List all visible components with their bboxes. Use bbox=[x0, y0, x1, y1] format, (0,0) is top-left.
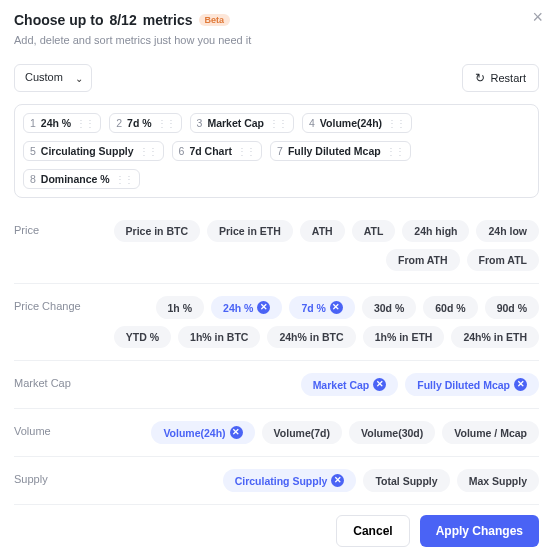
metric-label: 24h% in ETH bbox=[463, 331, 527, 343]
drag-handle-icon[interactable]: ⋮⋮ bbox=[386, 149, 404, 154]
chip-label: Circulating Supply bbox=[41, 145, 134, 157]
metric-chip[interactable]: Total Supply bbox=[363, 469, 449, 492]
metric-chip[interactable]: From ATL bbox=[467, 249, 539, 271]
chevron-down-icon: ⌄ bbox=[75, 73, 83, 84]
selected-chip[interactable]: 27d %⋮⋮ bbox=[109, 113, 181, 133]
selected-chip[interactable]: 3Market Cap⋮⋮ bbox=[190, 113, 294, 133]
metric-chip[interactable]: YTD % bbox=[114, 326, 171, 348]
metric-chip[interactable]: ATL bbox=[352, 220, 396, 242]
metric-label: 90d % bbox=[497, 302, 527, 314]
metric-chip[interactable]: 1h % bbox=[156, 296, 205, 319]
metric-label: Volume(30d) bbox=[361, 427, 423, 439]
metric-label: YTD % bbox=[126, 331, 159, 343]
modal-subtitle: Add, delete and sort metrics just how yo… bbox=[14, 34, 539, 46]
metric-label: 7d % bbox=[301, 302, 326, 314]
metric-chip[interactable]: 90d % bbox=[485, 296, 539, 319]
drag-handle-icon[interactable]: ⋮⋮ bbox=[139, 149, 157, 154]
dropdown-label: Custom bbox=[25, 71, 63, 83]
category-chips: Market Cap✕Fully Diluted Mcap✕ bbox=[112, 373, 539, 396]
remove-icon[interactable]: ✕ bbox=[331, 474, 344, 487]
selected-chip[interactable]: 7Fully Diluted Mcap⋮⋮ bbox=[270, 141, 411, 161]
remove-icon[interactable]: ✕ bbox=[257, 301, 270, 314]
metric-label: Market Cap bbox=[313, 379, 370, 391]
metric-chip[interactable]: 24h high bbox=[402, 220, 469, 242]
remove-icon[interactable]: ✕ bbox=[514, 378, 527, 391]
metric-chip[interactable]: ATH bbox=[300, 220, 345, 242]
remove-icon[interactable]: ✕ bbox=[230, 426, 243, 439]
category-label: Price bbox=[14, 220, 112, 236]
modal-title: Choose up to 8/12 metrics Beta bbox=[14, 12, 539, 28]
metrics-modal: × Choose up to 8/12 metrics Beta Add, de… bbox=[0, 0, 553, 557]
metric-label: 30d % bbox=[374, 302, 404, 314]
category-row: VolumeVolume(24h)✕Volume(7d)Volume(30d)V… bbox=[14, 408, 539, 456]
metric-chip[interactable]: 24h low bbox=[476, 220, 539, 242]
metric-label: Total Supply bbox=[375, 475, 437, 487]
selected-chip[interactable]: 124h %⋮⋮ bbox=[23, 113, 101, 133]
metric-chip[interactable]: From ATH bbox=[386, 249, 460, 271]
metric-chip[interactable]: Volume(7d) bbox=[262, 421, 342, 444]
metric-label: 1h % bbox=[168, 302, 193, 314]
category-chips: Volume(24h)✕Volume(7d)Volume(30d)Volume … bbox=[112, 421, 539, 444]
metric-chip[interactable]: Volume(30d) bbox=[349, 421, 435, 444]
metric-chip[interactable]: 24h% in ETH bbox=[451, 326, 539, 348]
metric-chip[interactable]: Price in ETH bbox=[207, 220, 293, 242]
metric-label: Volume / Mcap bbox=[454, 427, 527, 439]
metric-chip[interactable]: 24h %✕ bbox=[211, 296, 282, 319]
metric-chip[interactable]: Fully Diluted Mcap✕ bbox=[405, 373, 539, 396]
metric-label: Max Supply bbox=[469, 475, 527, 487]
metric-chip[interactable]: Price in BTC bbox=[114, 220, 200, 242]
category-label: Volume bbox=[14, 421, 112, 437]
metric-chip[interactable]: 1h% in BTC bbox=[178, 326, 260, 348]
chip-label: 24h % bbox=[41, 117, 71, 129]
metric-label: 24h% in BTC bbox=[279, 331, 343, 343]
metric-chip[interactable]: Max Supply bbox=[457, 469, 539, 492]
apply-button[interactable]: Apply Changes bbox=[420, 515, 539, 547]
remove-icon[interactable]: ✕ bbox=[373, 378, 386, 391]
close-icon[interactable]: × bbox=[532, 8, 543, 26]
metric-chip[interactable]: Volume / Mcap bbox=[442, 421, 539, 444]
chip-label: Dominance % bbox=[41, 173, 110, 185]
chip-index: 3 bbox=[197, 117, 203, 129]
metric-chip[interactable]: Volume(24h)✕ bbox=[151, 421, 254, 444]
selected-chip[interactable]: 67d Chart⋮⋮ bbox=[172, 141, 262, 161]
selected-chip[interactable]: 4Volume(24h)⋮⋮ bbox=[302, 113, 412, 133]
drag-handle-icon[interactable]: ⋮⋮ bbox=[387, 121, 405, 126]
metric-chip[interactable]: Market Cap✕ bbox=[301, 373, 399, 396]
chip-index: 1 bbox=[30, 117, 36, 129]
chip-index: 8 bbox=[30, 173, 36, 185]
category-row: Price Change1h %24h %✕7d %✕30d %60d %90d… bbox=[14, 283, 539, 360]
selected-chip[interactable]: 5Circulating Supply⋮⋮ bbox=[23, 141, 164, 161]
restart-button[interactable]: ↻ Restart bbox=[462, 64, 539, 92]
remove-icon[interactable]: ✕ bbox=[330, 301, 343, 314]
chip-index: 2 bbox=[116, 117, 122, 129]
top-controls: Custom ⌄ ↻ Restart bbox=[14, 64, 539, 92]
selected-metrics-box: 124h %⋮⋮27d %⋮⋮3Market Cap⋮⋮4Volume(24h)… bbox=[14, 104, 539, 198]
metric-chip[interactable]: 60d % bbox=[423, 296, 477, 319]
category-row: PricePrice in BTCPrice in ETHATHATL24h h… bbox=[14, 202, 539, 283]
drag-handle-icon[interactable]: ⋮⋮ bbox=[157, 121, 175, 126]
category-label: Market Cap bbox=[14, 373, 112, 389]
drag-handle-icon[interactable]: ⋮⋮ bbox=[115, 177, 133, 182]
chip-label: Market Cap bbox=[207, 117, 264, 129]
category-row: SupplyCirculating Supply✕Total SupplyMax… bbox=[14, 456, 539, 504]
title-prefix: Choose up to bbox=[14, 12, 103, 28]
restart-icon: ↻ bbox=[475, 71, 485, 85]
chip-index: 6 bbox=[179, 145, 185, 157]
drag-handle-icon[interactable]: ⋮⋮ bbox=[269, 121, 287, 126]
metric-label: From ATL bbox=[479, 254, 527, 266]
category-chips: Price in BTCPrice in ETHATHATL24h high24… bbox=[112, 220, 539, 271]
metric-chip[interactable]: 7d %✕ bbox=[289, 296, 355, 319]
cancel-button[interactable]: Cancel bbox=[336, 515, 409, 547]
chip-label: Volume(24h) bbox=[320, 117, 382, 129]
chip-index: 4 bbox=[309, 117, 315, 129]
metric-chip[interactable]: 1h% in ETH bbox=[363, 326, 445, 348]
drag-handle-icon[interactable]: ⋮⋮ bbox=[76, 121, 94, 126]
chip-label: Fully Diluted Mcap bbox=[288, 145, 381, 157]
metric-chip[interactable]: 30d % bbox=[362, 296, 416, 319]
metric-chip[interactable]: 24h% in BTC bbox=[267, 326, 355, 348]
metric-chip[interactable]: Circulating Supply✕ bbox=[223, 469, 357, 492]
chip-index: 5 bbox=[30, 145, 36, 157]
preset-dropdown[interactable]: Custom ⌄ bbox=[14, 64, 92, 92]
drag-handle-icon[interactable]: ⋮⋮ bbox=[237, 149, 255, 154]
selected-chip[interactable]: 8Dominance %⋮⋮ bbox=[23, 169, 140, 189]
